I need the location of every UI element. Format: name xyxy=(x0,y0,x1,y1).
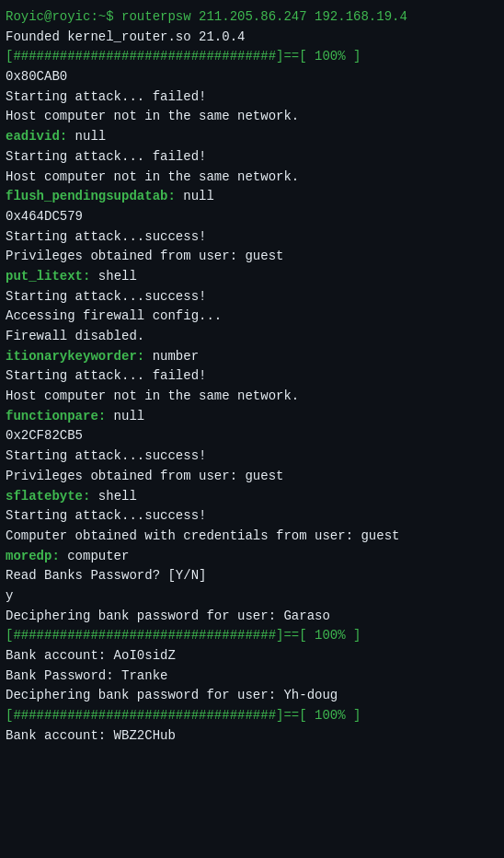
terminal-value: shell xyxy=(90,269,136,284)
terminal-line: sflatebyte: shell xyxy=(6,487,498,507)
terminal-line: Privileges obtained from user: guest xyxy=(6,247,498,267)
terminal-line: Royic@royic:~$ routerpsw 211.205.86.247 … xyxy=(6,7,498,28)
terminal-line: y xyxy=(6,586,498,607)
terminal-line: flush_pendingsupdatab: null xyxy=(6,187,498,207)
terminal-line: Starting attack...success! xyxy=(6,287,498,307)
terminal-line: Bank Password: Tranke xyxy=(6,667,498,687)
terminal-line: Host computer not in the same network. xyxy=(6,168,498,188)
terminal-line: Read Banks Password? [Y/N] xyxy=(6,566,498,586)
terminal-line: Bank account: WBZ2CHub xyxy=(6,726,498,747)
terminal-line: eadivid: null xyxy=(6,127,498,147)
terminal-line: Computer obtained with credentials from … xyxy=(6,527,498,547)
terminal-line: put_litext: shell xyxy=(6,267,498,287)
terminal-line: [##################################]==[ … xyxy=(6,47,498,67)
terminal-value: null xyxy=(176,189,214,203)
terminal-line: Privileges obtained from user: guest xyxy=(6,467,498,487)
terminal-keyword: functionpare: xyxy=(6,409,106,423)
terminal-line: Starting attack...success! xyxy=(6,227,498,248)
terminal-line: [##################################]==[ … xyxy=(6,706,498,726)
terminal-line: 0x2CF82CB5 xyxy=(6,426,498,446)
terminal-line: 0x80CAB0 xyxy=(6,67,498,87)
terminal-line: Firewall disabled. xyxy=(6,327,498,347)
terminal-line: Starting attack...success! xyxy=(6,506,498,527)
terminal-keyword: itionarykeyworder: xyxy=(6,349,144,364)
terminal-value: number xyxy=(144,349,199,364)
terminal-line: Starting attack... failed! xyxy=(6,147,498,168)
terminal-line: [##################################]==[ … xyxy=(6,626,498,646)
terminal-line: Accessing firewall config... xyxy=(6,307,498,327)
terminal-line: itionarykeyworder: number xyxy=(6,347,498,367)
terminal-line: Starting attack...success! xyxy=(6,446,498,467)
terminal-keyword: sflatebyte: xyxy=(6,489,90,504)
terminal-line: Deciphering bank password for user: Yh-d… xyxy=(6,686,498,706)
terminal-window: Royic@royic:~$ routerpsw 211.205.86.247 … xyxy=(0,0,504,858)
terminal-line: Host computer not in the same network. xyxy=(6,387,498,407)
terminal-value: computer xyxy=(60,549,130,563)
terminal-keyword: moredp: xyxy=(6,549,60,563)
terminal-line: Deciphering bank password for user: Gara… xyxy=(6,607,498,627)
terminal-value: null xyxy=(67,129,106,144)
terminal-line: 0x464DC579 xyxy=(6,207,498,227)
terminal-value: shell xyxy=(90,489,136,504)
terminal-line: functionpare: null xyxy=(6,407,498,427)
terminal-keyword: flush_pendingsupdatab: xyxy=(6,189,176,203)
terminal-line: Host computer not in the same network. xyxy=(6,107,498,127)
terminal-keyword: eadivid: xyxy=(6,129,67,144)
terminal-line: Founded kernel_router.so 21.0.4 xyxy=(6,28,498,48)
terminal-line: Bank account: AoI0sidZ xyxy=(6,646,498,667)
terminal-line: moredp: computer xyxy=(6,547,498,567)
terminal-line: Starting attack... failed! xyxy=(6,87,498,108)
terminal-line: Starting attack... failed! xyxy=(6,366,498,387)
terminal-value: null xyxy=(106,409,144,423)
terminal-keyword: put_litext: xyxy=(6,269,90,284)
